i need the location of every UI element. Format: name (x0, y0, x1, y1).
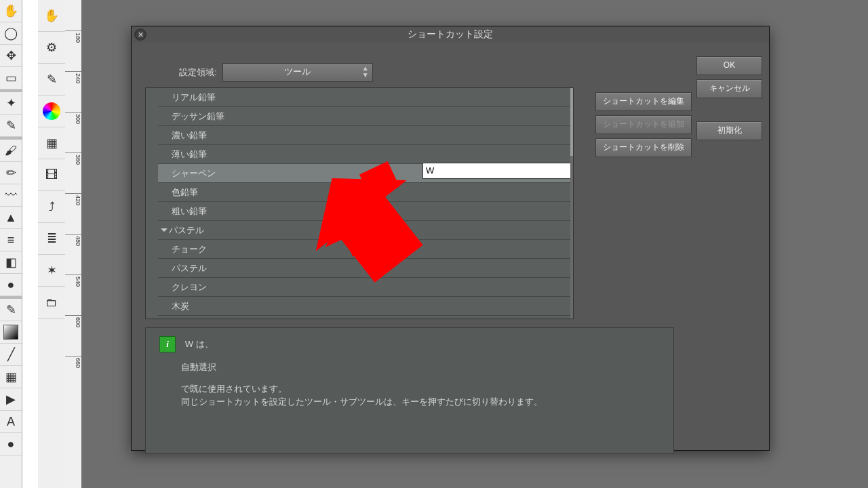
list-item[interactable]: パステル (158, 259, 570, 278)
chevron-updown-icon: ▲▼ (362, 65, 369, 79)
brush-tool-icon[interactable]: 🖌 (0, 140, 22, 162)
subtool-brush-icon[interactable]: ✎ (38, 64, 65, 96)
info-icon: i (159, 336, 176, 352)
airbrush-tool-icon[interactable]: 〰 (0, 184, 22, 207)
swatch-gray-icon[interactable] (0, 321, 22, 344)
gradient-tool-icon[interactable]: ≡ (0, 229, 22, 251)
lasso-tool-icon[interactable]: ◯ (0, 22, 22, 45)
marquee-tool-icon[interactable]: ▭ (0, 67, 22, 89)
ruler-tick: 600 (65, 315, 81, 327)
cancel-button[interactable]: キャンセル (696, 79, 762, 98)
subtool-hand-icon[interactable]: ✋ (38, 0, 65, 32)
pointer-tool-icon[interactable]: ▶ (0, 388, 22, 411)
main-toolbar: ✋ ◯ ✥ ▭ ✦ ✎ 🖌 ✏ 〰 ▲ ≡ ◧ ● ✎ ╱ ▦ ▶ A ● (0, 0, 22, 488)
star-icon[interactable]: ✶ (38, 255, 65, 287)
ruler-tick: 480 (65, 234, 81, 246)
shortcut-list-pane: リアル鉛筆デッサン鉛筆濃い鉛筆薄い鉛筆シャーペン色鉛筆粗い鉛筆パステルチョークパ… (145, 87, 574, 319)
ok-button[interactable]: OK (696, 56, 762, 75)
dialog-titlebar: ✕ ショートカット設定 (132, 26, 769, 43)
wand-tool-icon[interactable]: ✦ (0, 92, 22, 115)
line-tool-icon[interactable]: ╱ (0, 344, 22, 366)
balloon-tool-icon[interactable]: ● (0, 433, 22, 455)
ruler-tick: 240 (65, 71, 81, 83)
subtool-gear-icon[interactable]: ⚙ (38, 32, 65, 64)
pen-tool-icon[interactable]: ✎ (0, 115, 22, 137)
ruler-tick: 360 (65, 152, 81, 165)
list-item[interactable]: リアル鉛筆 (158, 88, 570, 107)
pencil-tool-icon[interactable]: ✏ (0, 162, 22, 184)
list-item[interactable]: 色鉛筆 (158, 183, 570, 202)
list-item[interactable]: パステル (158, 221, 570, 240)
area-label: 設定領域: (179, 66, 217, 79)
ruler-tick: 420 (65, 193, 81, 205)
sub-toolbar: ✋ ⚙ ✎ ▦ 🎞 ⤴ ≣ ✶ 🗀 (38, 0, 66, 488)
list-item[interactable]: デッサン鉛筆 (158, 107, 570, 126)
info-line2: 自動選択 (159, 361, 660, 374)
info-panel: i W は、 自動選択 で既に使用されています。 同じショートカットを設定したツ… (145, 327, 674, 453)
shortcut-settings-dialog: ✕ ショートカット設定 OK キャンセル 初期化 ショートカットを編集 ショート… (131, 26, 770, 451)
layers-icon[interactable]: ≣ (38, 223, 65, 255)
delete-shortcut-button[interactable]: ショートカットを削除 (595, 138, 692, 157)
list-item[interactable]: 薄い鉛筆 (158, 145, 570, 164)
area-dropdown-value: ツール (284, 66, 311, 77)
add-shortcut-button[interactable]: ショートカットを追加 (595, 115, 692, 134)
list-item[interactable]: クレヨン (158, 278, 570, 297)
ruler-tick: 300 (65, 112, 81, 124)
curve-icon[interactable]: ⤴ (38, 191, 65, 223)
blur-tool-icon[interactable]: ● (0, 274, 22, 296)
shortcut-input[interactable]: W (422, 163, 574, 179)
eraser-tool-icon[interactable]: ◧ (0, 251, 22, 274)
text-tool-icon[interactable]: A (0, 411, 22, 433)
shape-tool-icon[interactable]: ▦ (0, 366, 22, 388)
edit-shortcut-button[interactable]: ショートカットを編集 (595, 92, 692, 111)
area-dropdown[interactable]: ツール ▲▼ (222, 63, 373, 82)
folder-icon[interactable]: 🗀 (38, 287, 65, 319)
list-item[interactable]: チョーク (158, 240, 570, 259)
dropper-tool-icon[interactable]: ✎ (0, 299, 22, 321)
list-item[interactable]: 木炭 (158, 297, 570, 316)
close-button[interactable]: ✕ (134, 28, 146, 41)
initialize-button[interactable]: 初期化 (696, 121, 762, 140)
ruler-tick: 540 (65, 274, 81, 287)
info-line1: W は、 (185, 339, 214, 349)
bucket-tool-icon[interactable]: ▲ (0, 207, 22, 229)
dialog-title: ショートカット設定 (132, 28, 769, 41)
hand-tool-icon[interactable]: ✋ (0, 0, 22, 22)
ruler-tick: 660 (65, 356, 81, 368)
ruler-tick: 180 (65, 30, 81, 43)
info-line3: で既に使用されています。 (159, 382, 660, 396)
move-tool-icon[interactable]: ✥ (0, 45, 22, 67)
info-line4: 同じショートカットを設定したツール・サブツールは、キーを押すたびに切り替わります… (159, 395, 660, 409)
list-item[interactable]: 濃い鉛筆 (158, 126, 570, 145)
list-item[interactable]: 粗い鉛筆 (158, 202, 570, 221)
list-scrollbar[interactable] (570, 88, 573, 319)
color-wheel-icon[interactable] (38, 96, 65, 127)
vertical-ruler: 180 240 300 360 420 480 540 600 660 (65, 0, 82, 488)
film-icon[interactable]: 🎞 (38, 159, 65, 191)
palette-icon[interactable]: ▦ (38, 127, 65, 159)
